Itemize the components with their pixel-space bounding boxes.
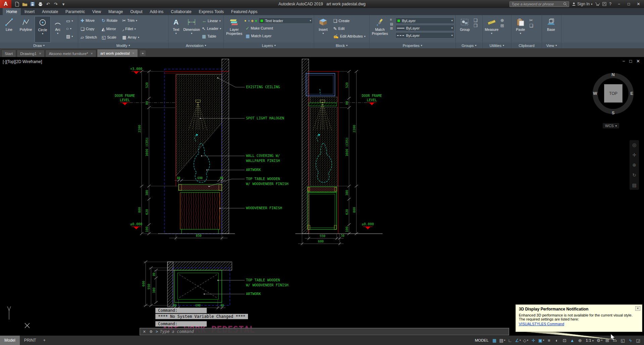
command-line[interactable]: ✕ ⚙ > [140,328,509,335]
tab-manage[interactable]: Manage [105,8,127,15]
rotate-button[interactable]: ↻Rotate [100,17,119,24]
notification-close-button[interactable]: ✕ [635,306,640,311]
help-search-field[interactable]: Type a keyword or phrase [509,1,569,7]
autodesk-account-icon[interactable] [602,2,606,6]
viewcube[interactable]: N S W E TOP [591,72,635,115]
arc-button[interactable]: Arc ▾ [51,16,64,43]
quick-calc-icon[interactable]: ⊞ [500,23,504,28]
close-tab-icon[interactable]: ✕ [132,52,135,55]
steering-wheel-icon[interactable]: ◎ [632,142,636,148]
dimension-button[interactable]: Dimension ▾ [183,16,200,43]
panel-label-draw[interactable]: Draw▾ [0,43,78,48]
stretch-button[interactable]: ▱Stretch [79,34,98,41]
new-file-button[interactable] [13,1,21,7]
help-icon[interactable]: ? [609,2,611,6]
properties-grid-icon[interactable]: ⊞ [390,27,395,30]
panel-label-view[interactable]: View▾ [542,43,561,48]
panel-label-block[interactable]: Block▾ [314,43,369,48]
model-tab[interactable]: Model [0,336,20,345]
viewport-restore-icon[interactable]: □ [629,59,632,64]
panel-label-annotation[interactable]: Annotation▾ [168,43,224,48]
orbit-icon[interactable]: ↻ [632,172,636,178]
cut-icon[interactable]: ✂ [529,18,533,22]
linetype-dropdown[interactable]: ByLayer ▾ [395,32,454,39]
rectangle-tool-button[interactable]: ▭▾ [65,17,74,24]
viewport-minimize-icon[interactable]: − [623,59,625,64]
copy-clip-icon[interactable]: ❏ [529,23,533,28]
tab-express-tools[interactable]: Express Tools [195,8,227,15]
panel-label-clipboard[interactable]: Clipboard [511,43,542,48]
transparency-icon[interactable]: ◐ [553,336,561,345]
hatch-tool-button[interactable]: ▨▾ [65,33,74,40]
qat-customize-icon[interactable]: ▾ [60,1,67,7]
move-button[interactable]: ✚Move [79,17,98,24]
measure-button[interactable]: Measure ▾ [484,16,500,43]
tab-collaborate[interactable]: Collaborate [167,8,195,15]
create-block-button[interactable]: ❑Create [332,17,367,24]
new-layout-button[interactable]: + [41,338,48,343]
file-tab-drawing1[interactable]: Drawing1✕ [17,50,45,57]
snap-mode-icon[interactable]: ▤▾ [498,336,506,345]
show-motion-icon[interactable]: ▤ [632,182,636,188]
undo-button[interactable]: ↶ [44,1,52,7]
zoom-icon[interactable]: ⊕ [632,162,636,168]
maximize-button[interactable]: □ [624,0,634,8]
grid-icon[interactable]: ▦ [491,336,498,345]
make-current-button[interactable]: ✓Make Current [244,25,313,32]
tab-addins[interactable]: Add-ins [146,8,167,15]
insert-button[interactable]: Insert ▾ [315,16,331,43]
print-layout-tab[interactable]: PRINT [20,336,41,345]
new-drawing-tab-button[interactable]: + [140,50,146,56]
group-edit-icon[interactable]: ❒ [474,23,478,28]
tab-view[interactable]: View [89,8,105,15]
visualstyles-command-link[interactable]: VISUALSTYLES Command [519,322,564,326]
model-space-label[interactable]: MODEL [473,338,491,342]
layer-properties-button[interactable]: Layer Properties [225,16,244,43]
properties-list-icon[interactable]: ≡ [390,18,395,21]
viewcube-south[interactable]: S [591,110,635,115]
table-button[interactable]: ▦Table [201,33,222,40]
wcs-dropdown[interactable]: WCS ▾ [603,123,619,128]
id-point-icon[interactable]: ⊕ [500,18,504,22]
lineweight-dropdown[interactable]: ByLayer ▾ [395,25,454,31]
tab-output[interactable]: Output [127,8,146,15]
panel-label-modify[interactable]: Modify▾ [78,43,168,48]
text-button[interactable]: A Text ▾ [169,16,183,43]
layer-on-icon[interactable]: ● [244,19,246,22]
base-button[interactable]: Base [543,16,559,43]
close-tab-icon[interactable]: ✕ [90,52,93,55]
command-close-icon[interactable]: ✕ [141,330,147,334]
command-input[interactable] [160,329,507,334]
plot-button[interactable] [37,1,44,7]
match-properties-button[interactable]: Match Properties [370,16,389,43]
tab-featured-apps[interactable]: Featured Apps [228,8,261,15]
layer-lock-icon[interactable]: ◆ [251,19,254,22]
clean-screen-icon[interactable]: ◲ [634,336,642,345]
autocad-logo[interactable]: A [0,0,11,8]
object-snap-icon[interactable]: ▣▾ [537,336,545,345]
lineweight-display-icon[interactable]: ≡ [545,336,553,345]
trim-button[interactable]: ✂Trim▾ [121,17,141,24]
tab-insert[interactable]: Insert [21,8,38,15]
circle-button[interactable]: Circle ▾ [35,16,51,43]
tab-home[interactable]: Home [3,8,21,15]
pan-icon[interactable]: ✛ [632,152,636,158]
graphics-performance-icon[interactable]: ϟ [627,336,634,345]
annotation-scale-control[interactable]: 1:1 ▾ [584,338,596,342]
app-store-icon[interactable] [595,2,600,6]
panel-label-layers[interactable]: Layers▾ [224,43,314,48]
properties-table-icon[interactable]: ▤ [390,22,395,26]
object-color-dropdown[interactable]: ByLayer ▾ [395,17,454,24]
file-tab-aksono[interactable]: Aksono metri furniture*✕ [45,50,96,57]
sign-in-control[interactable]: Sign In ▾ [572,2,592,6]
close-button[interactable]: ✕ [634,0,643,8]
viewcube-west[interactable]: W [593,91,597,96]
scale-button[interactable]: ◱Scale [100,34,119,41]
annotation-visibility-icon[interactable]: ▲ [568,336,576,345]
workspace-switching-icon[interactable]: ⚙▾ [596,336,603,345]
panel-label-properties[interactable]: Properties▾ [369,43,455,48]
paste-button[interactable]: Paste ▾ [512,16,529,43]
copy-button[interactable]: ❏Copy [79,25,98,32]
match-layer-button[interactable]: ▦Match Layer [244,33,313,39]
drawing-canvas[interactable]: 520 80 1600 (COS) 380 620 100 2200 800 8… [0,57,644,336]
